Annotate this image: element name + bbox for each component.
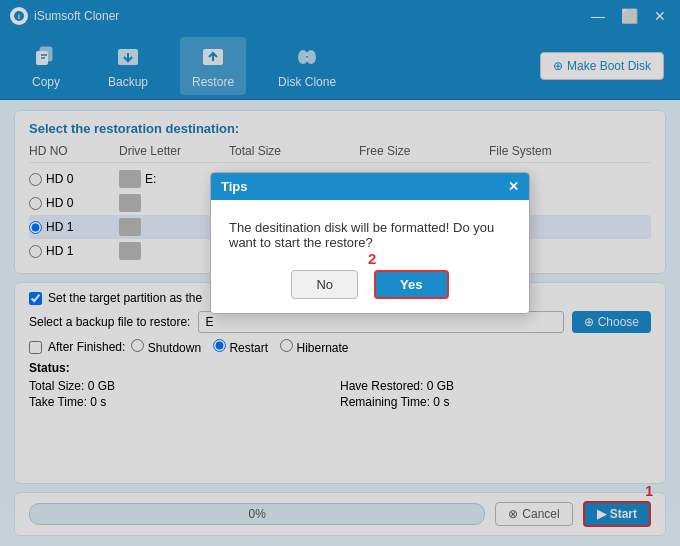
yes-btn-area: 2 Yes xyxy=(374,270,448,299)
dialog-overlay: Tips ✕ The desitination disk will be for… xyxy=(0,0,680,546)
dialog-title: Tips xyxy=(221,179,248,194)
dialog-message: The desitination disk will be formatted!… xyxy=(229,220,494,250)
dialog-yes-button[interactable]: Yes xyxy=(374,270,448,299)
dialog-close-button[interactable]: ✕ xyxy=(508,180,519,193)
step2-badge: 2 xyxy=(368,250,376,267)
dialog-footer: No 2 Yes xyxy=(211,262,529,313)
dialog-no-button[interactable]: No xyxy=(291,270,358,299)
tips-dialog: Tips ✕ The desitination disk will be for… xyxy=(210,172,530,314)
dialog-title-bar: Tips ✕ xyxy=(211,173,529,200)
